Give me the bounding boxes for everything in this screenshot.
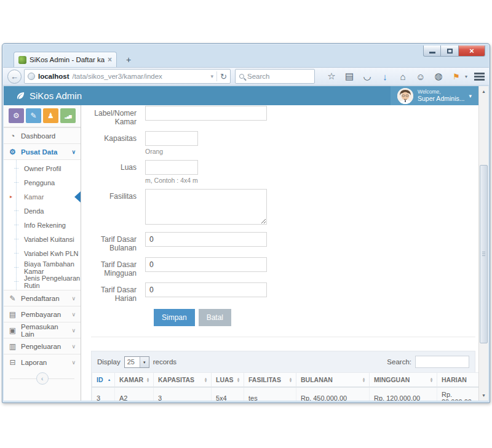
sidebar-item-pembayaran[interactable]: ▤ Pembayaran ∨ <box>4 306 81 322</box>
cancel-button[interactable]: Batal <box>199 309 231 326</box>
tab-close-icon[interactable]: × <box>108 55 112 64</box>
column-header-mingguan[interactable]: MINGGUAN▴▾ <box>370 373 437 388</box>
sidebar-item-pusat-data[interactable]: ⚙ Pusat Data ∨ <box>4 143 81 159</box>
chevron-down-icon: ∨ <box>71 327 76 334</box>
shortcut-settings-button[interactable]: ⚙ <box>9 108 24 123</box>
sidebar-item-pemasukan-lain[interactable]: ▣ Pemasukan Lain ∨ <box>4 322 81 338</box>
sidebar-item-denda[interactable]: Denda <box>4 204 81 218</box>
chevron-down-icon: ∨ <box>71 311 76 318</box>
column-header-fasilitas[interactable]: FASILITAS▴▾ <box>244 373 296 388</box>
divider <box>216 71 217 81</box>
addon-icon[interactable]: ⚑ <box>450 72 462 81</box>
sidebar-item-variabel-kwh-pln[interactable]: Variabel Kwh PLN <box>4 246 81 260</box>
url-bar[interactable]: localhost /tata/sikos_ver3/kamar/index ▾… <box>24 69 231 84</box>
url-host: localhost <box>38 73 69 80</box>
chevron-down-icon: ∨ <box>71 359 76 366</box>
site-identity-icon[interactable] <box>28 73 35 80</box>
column-header-luas[interactable]: LUAS▴▾ <box>212 373 244 388</box>
scroll-down-icon[interactable]: ▾ <box>479 391 488 400</box>
home-icon[interactable]: ⌂ <box>397 71 409 82</box>
search-bar[interactable]: Search <box>235 69 315 84</box>
maximize-button[interactable] <box>441 46 459 57</box>
kapasitas-input[interactable] <box>145 131 198 146</box>
luas-input[interactable] <box>145 160 198 175</box>
sidebar-item-variabel-kuitansi[interactable]: Variabel Kuitansi <box>4 232 81 246</box>
sidebar-item-laporan[interactable]: ⊟ Laporan ∨ <box>4 354 81 370</box>
user-menu[interactable]: Welcome, Super Adminis... ▾ <box>391 86 478 105</box>
save-button[interactable]: Simpan <box>154 309 195 326</box>
shortcut-user-button[interactable]: ♟ <box>43 108 58 123</box>
sidebar-item-label: Pembayaran <box>21 311 61 318</box>
minimize-button[interactable] <box>423 46 441 57</box>
cell-mingguan: Rp. 120.000,00 <box>370 387 437 401</box>
new-tab-button[interactable]: + <box>121 54 137 66</box>
privacy-mask-icon[interactable]: ◍ <box>432 71 445 82</box>
sidebar-item-pengguna[interactable]: Pengguna <box>4 175 81 190</box>
column-header-kapasitas[interactable]: KAPASITAS▴▾ <box>154 373 212 388</box>
tarif-bulanan-input[interactable] <box>145 232 267 247</box>
sidebar-item-info-rekening[interactable]: Info Rekening <box>4 218 81 232</box>
sort-both-icon: ▴▾ <box>363 377 365 382</box>
shortcut-edit-button[interactable]: ✎ <box>26 108 41 123</box>
sidebar-item-label: Pusat Data <box>21 148 57 156</box>
fasilitas-textarea[interactable] <box>145 189 267 225</box>
cell-fasilitas: tes <box>244 387 296 401</box>
shortcut-stats-button[interactable]: ▂▄▆ <box>60 108 76 123</box>
sidebar-item-biaya-tambahan-kamar[interactable]: Biaya Tambahan Kamar <box>4 260 81 274</box>
column-header-kamar[interactable]: KAMAR▴▾ <box>115 373 154 388</box>
addon-caret-icon[interactable]: ▾ <box>465 74 467 79</box>
app-navbar: SiKos Admin <box>4 86 478 105</box>
sidebar-item-label: Pemasukan Lain <box>21 323 67 338</box>
bookmarks-menu-icon[interactable]: ▤ <box>343 71 355 82</box>
sidebar-item-pengeluaran[interactable]: ▥ Pengeluaran ∨ <box>4 338 81 354</box>
barcode-icon: ▥ <box>9 342 17 351</box>
chat-icon[interactable]: ☺ <box>415 71 427 82</box>
page-size-select[interactable]: 25 ▾ <box>124 356 149 368</box>
page-viewport: SiKos Admin <box>4 86 488 401</box>
sidebar-item-dashboard[interactable]: ◔ Dashboard <box>4 127 81 143</box>
tab-title: SiKos Admin - Daftar kamar <box>30 56 105 63</box>
downloads-icon[interactable]: ↓ <box>379 71 391 82</box>
titlebar[interactable]: SiKos Admin - Daftar kamar × + × <box>2 44 490 67</box>
column-header-harian[interactable]: HARIAN <box>437 373 479 388</box>
column-header-id[interactable]: ID▴ <box>92 373 115 388</box>
sidebar-item-pendaftaran[interactable]: ✎ Pendaftaran ∨ <box>4 290 81 306</box>
submenu-label: Jenis Pengeluaran Rutin <box>24 274 81 289</box>
bookmark-star-icon[interactable]: ☆ <box>325 71 338 82</box>
cell-luas: 5x4 <box>212 387 244 401</box>
chevron-down-icon: ∨ <box>71 295 76 302</box>
sidebar-collapse-button[interactable]: ‹ <box>36 372 49 385</box>
field-label: Label/Nomer Kamar <box>81 106 145 126</box>
scrollbar-thumb[interactable] <box>480 165 488 343</box>
table-search-input[interactable] <box>415 356 469 368</box>
close-button[interactable]: × <box>459 46 485 57</box>
sort-both-icon: ▴▾ <box>147 377 149 382</box>
label-nomer-kamar-input[interactable] <box>145 106 267 121</box>
pocket-icon[interactable]: ◡ <box>361 71 373 82</box>
tarif-mingguan-input[interactable] <box>145 257 267 272</box>
sidebar-item-label: Dashboard <box>21 132 55 140</box>
main-content: Label/Nomer Kamar Kapasitas Orang Luas <box>81 105 478 401</box>
dashboard-icon: ◔ <box>9 132 17 140</box>
app-brand: SiKos Admin <box>4 86 82 105</box>
back-button[interactable]: ← <box>7 70 22 84</box>
sidebar-item-label: Pendaftaran <box>21 295 60 302</box>
sidebar-item-kamar[interactable]: ▸ Kamar <box>4 190 81 204</box>
minimize-icon <box>429 52 435 54</box>
tarif-harian-input[interactable] <box>145 282 267 297</box>
url-dropdown-icon[interactable]: ▾ <box>211 73 214 79</box>
sidebar-item-jenis-pengeluaran-rutin[interactable]: Jenis Pengeluaran Rutin <box>4 274 81 289</box>
url-path: /tata/sikos_ver3/kamar/index <box>72 73 207 80</box>
pusat-data-submenu: Owner Profil Pengguna ▸ Kamar Denda Info… <box>4 159 81 290</box>
browser-tab[interactable]: SiKos Admin - Daftar kamar × <box>14 52 117 67</box>
reload-icon[interactable]: ↻ <box>220 72 227 81</box>
sidebar-item-owner-profil[interactable]: Owner Profil <box>4 161 81 175</box>
chevron-down-icon: ∨ <box>71 343 76 350</box>
field-label: Tarif Dasar Mingguan <box>81 257 145 278</box>
browser-scrollbar[interactable]: ▴ ▾ <box>478 86 488 401</box>
scroll-up-icon[interactable]: ▴ <box>479 87 488 96</box>
column-header-bulanan[interactable]: BULANAN▴▾ <box>296 373 370 388</box>
submenu-label: Variabel Kwh PLN <box>24 250 78 257</box>
menu-hamburger-icon[interactable] <box>474 73 485 81</box>
field-label: Luas <box>81 160 145 184</box>
